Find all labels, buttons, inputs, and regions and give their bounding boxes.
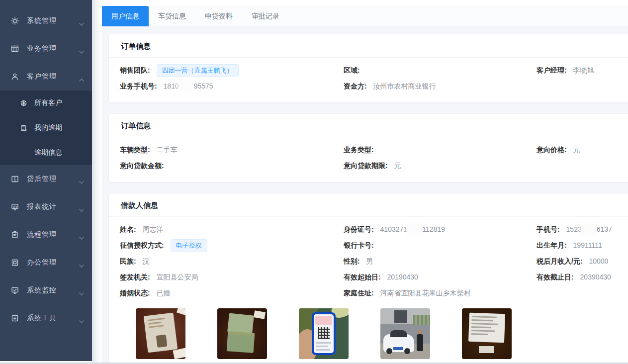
sidebar-item-my-overdue[interactable]: 我的逾期 [0,115,92,140]
document-icon [20,124,27,132]
vehicle-photo-thumbnail[interactable] [380,308,430,359]
card-title: 订单信息 [121,121,151,130]
user-icon [11,73,19,81]
field-label: 出生年月: [537,241,567,249]
borrower-info-card: 借款人信息 姓名: 周志洋 身份证号: 4103271112819 手机号: 1… [108,193,628,364]
field-value: 汝州市农村商业银行 [373,82,436,90]
field-value: 李晓旭 [573,66,594,74]
field-credit-auth: 征信授权方式: 电子授权 [120,239,344,252]
field-label: 银行卡号: [344,241,374,249]
chevron-down-icon [79,205,84,208]
field-gender: 性别: 男 [344,257,537,266]
field-label: 征信授权方式: [120,241,164,249]
detail-tabbar: 用户信息 车贷信息 申贷资料 审批记录 [102,6,628,26]
photo-paper-document: 其他材料 [462,308,512,364]
tab-approval-records[interactable]: 审批记录 [242,6,289,26]
phone-qr-photo-thumbnail[interactable] [299,308,349,359]
sidebar-item-report-statistics[interactable]: 报表统计 [0,193,92,221]
field-id-number: 身份证号: 4103271112819 [344,225,537,234]
field-label: 有效截止日: [537,273,574,281]
field-value: 20390430 [580,273,611,281]
chevron-down-icon [79,233,84,236]
field-intent-price: 意向价格: 元 [537,146,623,155]
redaction-blur [179,82,193,90]
field-value: 已婚 [157,289,171,297]
order-info-card: 订单信息 销售团队: 四团一营（直属王鹏飞） 区域: 客户经理: 李晓旭 [108,34,628,103]
field-label: 有效起始日: [344,273,381,281]
sidebar-item-business-management[interactable]: 业务管理 [0,35,92,63]
photo-id-card: 身份证 [136,308,185,364]
card-body: 姓名: 周志洋 身份证号: 4103271112819 手机号: 1523613… [109,217,628,364]
sidebar-item-process-management[interactable]: 流程管理 [0,221,92,249]
field-value: 二手车 [157,146,178,154]
field-value: 15236137 [566,225,612,233]
sidebar-item-customer-management[interactable]: 客户管理 [0,63,92,91]
field-label: 资金方: [344,82,367,90]
tab-user-info[interactable]: 用户信息 [102,6,149,26]
chevron-down-icon [79,19,84,22]
sidebar-item-postloan-management[interactable]: 贷后管理 [0,165,92,193]
field-label: 客户经理: [537,66,567,74]
id-card-photo-thumbnail[interactable] [136,308,185,359]
card-title: 订单信息 [121,42,151,50]
loan-intent-card: 订单信息 车辆类型: 二手车 业务类型: 意向价格: 元 [108,113,628,182]
sidebar-item-label: 业务管理 [27,44,79,53]
card-header: 订单信息 [109,114,628,137]
sidebar-item-label: 贷后管理 [27,175,79,183]
tab-car-loan-info[interactable]: 车贷信息 [149,6,195,26]
field-label: 姓名: [120,225,136,233]
credit-auth-tag[interactable]: 电子授权 [171,239,207,252]
sidebar-item-label: 办公管理 [27,258,79,267]
card-body: 车辆类型: 二手车 业务类型: 意向价格: 元 意向贷款金额: [109,137,628,182]
sidebar-item-all-customers[interactable]: 所有客户 [0,91,92,115]
field-birth-date: 出生年月: 19911111 [537,241,623,250]
chevron-down-icon [79,261,84,264]
card-header: 订单信息 [109,34,628,58]
field-intent-loan-term: 意向贷款期限: 元 [344,162,537,171]
field-label: 业务类型: [344,146,374,154]
field-intent-loan-amount: 意向贷款金额: [120,162,344,171]
gear-icon [11,17,19,25]
chevron-down-icon [79,317,84,320]
chart-monitor-icon [11,203,19,211]
bottom-divider [0,362,628,364]
sidebar-item-overdue-info[interactable]: 逾期信息 [0,140,92,165]
field-label: 身份证号: [344,225,374,233]
chevron-down-icon [79,178,84,181]
field-label: 婚姻状态: [120,289,150,297]
field-sales-team: 销售团队: 四团一营（直属王鹏飞） [120,64,344,77]
field-value: 元 [394,162,401,170]
paper-document-photo-thumbnail[interactable] [462,308,512,359]
booklet-photo-thumbnail[interactable] [217,308,267,359]
field-value: 宜阳县公安局 [157,273,198,281]
field-funder: 资金方: 汝州市农村商业银行 [344,82,537,91]
field-marital-status: 婚姻状态: 已婚 [120,289,344,298]
field-label: 销售团队: [120,66,150,74]
toolbox-icon [11,314,19,322]
sidebar-item-system-monitor[interactable]: 系统监控 [0,276,92,304]
photo-phone-qr: 征信授权 [299,308,349,364]
field-valid-to: 有效截止日: 20390430 [537,273,623,282]
field-value: 20190430 [387,273,418,281]
sidebar: 系统管理 业务管理 客户管理 所有客户 我的逾期 逾期信息 贷后管理 报表统计 [0,0,92,361]
field-label: 区域: [344,66,360,74]
field-label: 税后月收入/元: [537,257,583,265]
sidebar-item-system-tools[interactable]: 系统工具 [0,304,92,332]
field-ethnicity: 民族: 汉 [120,257,344,266]
sidebar-item-office-management[interactable]: 办公管理 [0,249,92,276]
square-icon [11,259,19,267]
field-value: 4103271112819 [380,225,445,233]
card-body: 销售团队: 四团一营（直属王鹏飞） 区域: 客户经理: 李晓旭 业务手机号: [109,58,628,102]
monitor-check-icon [11,286,19,294]
field-value: 10000 [589,257,608,265]
field-label: 意向价格: [537,146,567,154]
sidebar-item-label: 客户管理 [27,72,79,81]
sales-team-tag[interactable]: 四团一营（直属王鹏飞） [157,64,239,77]
tab-loan-application-docs[interactable]: 申贷资料 [195,6,242,26]
field-label: 家庭住址: [344,289,374,297]
sidebar-item-system-management[interactable]: 系统管理 [0,7,92,35]
field-account-manager: 客户经理: 李晓旭 [537,66,623,75]
field-monthly-income: 税后月收入/元: 10000 [537,257,623,266]
field-value: 19911111 [573,241,602,249]
customer-submenu: 所有客户 我的逾期 逾期信息 [0,91,92,165]
